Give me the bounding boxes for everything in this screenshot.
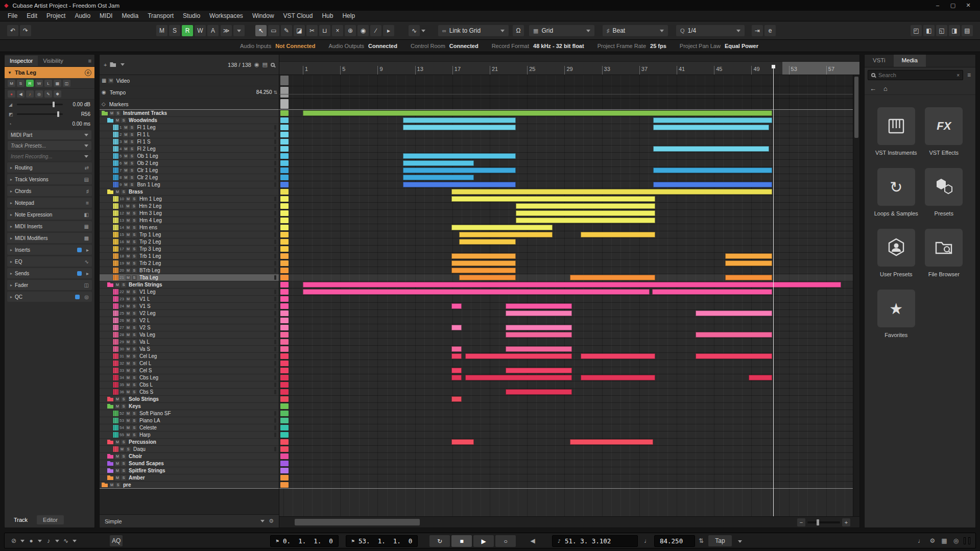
solo-button[interactable]: S	[132, 418, 137, 423]
zoom-out-button[interactable]: −	[797, 518, 805, 526]
track-list-item[interactable]: 33MSCel S	[100, 367, 279, 374]
tab-inspector[interactable]: Inspector	[5, 56, 38, 66]
stop-button[interactable]: ■	[451, 535, 472, 547]
mute-button[interactable]: M	[126, 390, 131, 395]
track-lane[interactable]	[279, 482, 859, 489]
midi-event-clip[interactable]	[696, 353, 772, 359]
mute-button[interactable]: M	[126, 197, 131, 202]
cycle-button[interactable]: ↻	[429, 535, 450, 547]
mute-button[interactable]: M	[115, 461, 120, 466]
track-list-item[interactable]: 29MSVa L	[100, 339, 279, 346]
midi-event-clip[interactable]	[581, 232, 655, 237]
midi-event-clip[interactable]	[506, 346, 572, 352]
inspector-m-button[interactable]: M	[8, 80, 15, 87]
toolbar-state-a[interactable]: A	[207, 25, 219, 36]
track-list-item[interactable]: 28MSVa Leg	[100, 331, 279, 339]
track-list-item[interactable]: 10MSHrn 1 Leg	[100, 196, 279, 203]
setup-workspace-button[interactable]: ◰	[911, 25, 922, 36]
track-list-item[interactable]: ◇Markers	[100, 99, 279, 110]
midi-event-clip[interactable]	[459, 239, 516, 245]
metronome-icon[interactable]: ♩	[916, 535, 926, 546]
close-button[interactable]: ✕	[961, 2, 976, 9]
track-list-item[interactable]: 3MSFl 1 S	[100, 138, 279, 146]
draw-tool[interactable]: ✎	[281, 25, 292, 36]
inspector-section-chords[interactable]: ▸Chords♯	[7, 186, 92, 196]
track-list-item[interactable]: 2MSFl 1 L	[100, 131, 279, 138]
mute-button[interactable]: M	[126, 354, 131, 359]
add-folder-icon[interactable]	[110, 62, 116, 67]
solo-button[interactable]: S	[132, 411, 137, 416]
zoom-tool[interactable]: ⊕	[345, 25, 356, 36]
track-list-item[interactable]: 16MSTrp 2 Leg	[100, 238, 279, 246]
zoom-slider[interactable]	[807, 521, 840, 523]
inspector-section-notepad[interactable]: ▸Notepad≡	[7, 198, 92, 208]
track-control-preset[interactable]: Simple	[105, 518, 122, 524]
horizontal-scrollbar[interactable]: − +	[279, 516, 859, 528]
solo-button[interactable]: S	[131, 204, 136, 209]
track-list-item[interactable]: 35MSCbs L	[100, 381, 279, 389]
midi-event-clip[interactable]	[403, 182, 516, 187]
track-list-item[interactable]: 21MSTba Leg	[100, 274, 279, 281]
glue-tool[interactable]: ⊔	[319, 25, 330, 36]
mute-button[interactable]: M	[115, 397, 120, 402]
home-icon[interactable]: ⌂	[883, 85, 888, 92]
midi-event-clip[interactable]	[465, 375, 572, 380]
mute-button[interactable]: M	[108, 78, 113, 83]
solo-button[interactable]: S	[129, 182, 134, 187]
range-selection-tool[interactable]: ▭	[268, 25, 279, 36]
midi-event-clip[interactable]	[451, 368, 462, 373]
project-cursor[interactable]	[773, 65, 774, 516]
track-list-item[interactable]: 19MSTrb 2 Leg	[100, 260, 279, 267]
track-lane[interactable]	[279, 203, 859, 210]
autoscroll-options-button[interactable]	[233, 25, 245, 36]
mute-button[interactable]: M	[115, 440, 120, 445]
comp-tool[interactable]: ◉	[357, 25, 369, 36]
grid-type-dropdown[interactable]: ▦ Grid	[529, 25, 594, 36]
track-list-item[interactable]: 12MSHrn 3 Leg	[100, 210, 279, 217]
mute-button[interactable]: M	[115, 454, 120, 459]
solo-button[interactable]: S	[132, 218, 137, 223]
solo-button[interactable]: S	[132, 325, 137, 330]
track-list-item[interactable]: 55MSHarp	[100, 432, 279, 439]
solo-button[interactable]: S	[132, 382, 137, 388]
solo-button[interactable]: S	[132, 318, 137, 323]
mute-button[interactable]: M	[126, 332, 131, 338]
midi-event-clip[interactable]	[451, 439, 474, 445]
track-lane[interactable]	[279, 339, 859, 346]
mute-tool[interactable]: ×	[332, 25, 343, 36]
quantize-grid-dropdown[interactable]: ♯ Beat	[603, 25, 668, 36]
track-list-item[interactable]: MSPercussion	[100, 439, 279, 446]
solo-button[interactable]: S	[121, 118, 126, 123]
midi-event-clip[interactable]	[451, 196, 655, 202]
midi-event-clip[interactable]	[403, 175, 474, 180]
mute-button[interactable]: M	[119, 447, 125, 452]
solo-button[interactable]: S	[132, 225, 137, 230]
track-lane[interactable]	[279, 131, 859, 138]
track-lane[interactable]	[279, 324, 859, 331]
mute-button[interactable]: M	[115, 468, 120, 473]
search-tracks-icon[interactable]	[271, 63, 275, 67]
midi-event-clip[interactable]	[653, 182, 772, 187]
solo-button[interactable]: S	[132, 247, 137, 252]
track-lane[interactable]	[279, 289, 859, 296]
midi-event-clip[interactable]	[725, 253, 772, 259]
insert-recording-dropdown[interactable]: Insert Recording...	[8, 152, 91, 161]
quantize-panel-button[interactable]: e	[764, 25, 776, 36]
mute-button[interactable]: M	[126, 318, 131, 323]
track-lane[interactable]	[279, 381, 859, 389]
track-lane[interactable]	[279, 267, 859, 274]
menu-project[interactable]: Project	[42, 12, 70, 19]
media-tile-vst-instruments[interactable]: VST Instruments	[874, 107, 919, 156]
midi-event-clip[interactable]	[451, 396, 462, 402]
pan-slider-handle[interactable]	[57, 111, 59, 117]
right-zone-toggle[interactable]: ◨	[949, 25, 960, 36]
solo-button[interactable]: S	[132, 297, 137, 302]
solo-button[interactable]: S	[132, 304, 137, 309]
midi-event-clip[interactable]	[303, 282, 841, 288]
midi-event-clip[interactable]	[451, 253, 516, 259]
track-lane[interactable]	[279, 439, 859, 446]
media-tile-presets[interactable]: Presets	[922, 168, 967, 217]
track-list-item[interactable]: 13MSHrn 4 Leg	[100, 217, 279, 224]
solo-button[interactable]: S	[115, 483, 121, 488]
zoom-slider-handle[interactable]	[817, 519, 819, 525]
